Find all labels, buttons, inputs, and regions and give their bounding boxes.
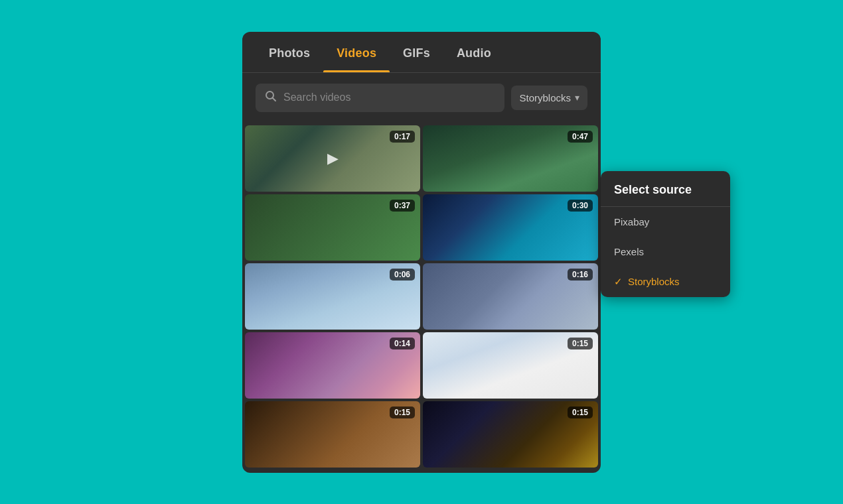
search-box [256,84,504,112]
main-panel: Photos Videos GIFs Audio Storyblocks ▾ [242,32,601,473]
source-pixabay-label: Pixabay [614,216,717,227]
source-dropdown-button[interactable]: Storyblocks ▾ [511,86,587,110]
video-thumb-9[interactable]: 0:15 [245,401,420,468]
tab-photos[interactable]: Photos [256,32,323,72]
video-duration-1: 0:17 [390,131,415,143]
checkmark-icon: ✓ [614,276,623,288]
source-option-storyblocks[interactable]: ✓ Storyblocks [601,267,730,297]
tab-gifs[interactable]: GIFs [390,32,443,72]
video-duration-8: 0:15 [568,338,593,349]
video-duration-4: 0:30 [568,200,593,212]
video-duration-9: 0:15 [390,407,415,418]
tab-bar: Photos Videos GIFs Audio [242,32,601,73]
source-option-pexels[interactable]: Pexels [601,237,730,267]
video-duration-5: 0:06 [390,269,415,281]
video-thumb-4[interactable]: 0:30 [423,194,598,261]
select-source-panel: Select source Pixabay Pexels ✓ Storybloc… [601,171,730,297]
video-thumb-7[interactable]: 0:14 [245,332,420,399]
chevron-down-icon: ▾ [575,92,579,103]
video-duration-6: 0:16 [568,269,593,281]
video-grid: 0:17▶0:470:370:300:060:160:140:150:150:1… [242,123,601,473]
video-duration-2: 0:47 [568,131,593,143]
current-source-label: Storyblocks [519,92,571,103]
video-duration-3: 0:37 [390,200,415,212]
search-input[interactable] [283,92,495,103]
search-area: Storyblocks ▾ [242,73,601,123]
source-storyblocks-label: Storyblocks [628,276,717,287]
video-thumb-5[interactable]: 0:06 [245,263,420,330]
video-thumb-6[interactable]: 0:16 [423,263,598,330]
video-duration-7: 0:14 [390,338,415,349]
tab-videos[interactable]: Videos [323,32,390,72]
source-option-pixabay[interactable]: Pixabay [601,207,730,237]
video-thumb-3[interactable]: 0:37 [245,194,420,261]
tab-audio[interactable]: Audio [443,32,504,72]
play-icon-1: ▶ [327,150,339,167]
select-source-title: Select source [601,171,730,207]
video-thumb-8[interactable]: 0:15 [423,332,598,399]
source-pexels-label: Pexels [614,246,717,257]
video-thumb-10[interactable]: 0:15 [423,401,598,468]
video-thumb-1[interactable]: 0:17▶ [245,125,420,192]
panel-wrapper: Photos Videos GIFs Audio Storyblocks ▾ [242,32,601,473]
video-duration-10: 0:15 [568,407,593,418]
search-icon [265,90,277,105]
video-thumb-2[interactable]: 0:47 [423,125,598,192]
svg-line-1 [273,97,276,101]
